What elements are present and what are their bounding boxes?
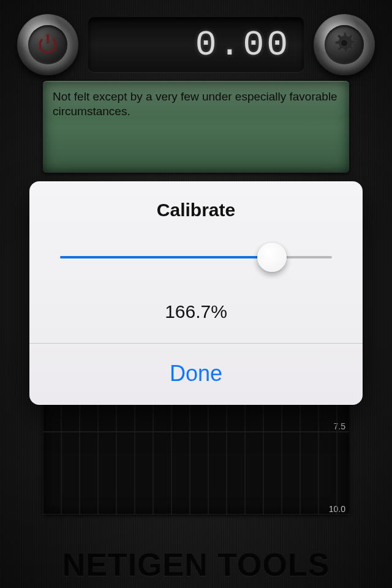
gear-icon <box>330 31 358 59</box>
brand-text: NETIGEN TOOLS <box>62 547 330 582</box>
description-text: Not felt except by a very few under espe… <box>53 90 337 118</box>
slider-fill <box>60 256 272 258</box>
description-panel: Not felt except by a very few under espe… <box>43 81 349 173</box>
done-button[interactable]: Done <box>29 344 363 405</box>
svg-text:7.5: 7.5 <box>334 421 346 431</box>
power-button-face <box>28 25 67 64</box>
power-icon <box>39 36 56 53</box>
settings-button[interactable] <box>314 14 375 75</box>
dialog-title: Calibrate <box>29 181 363 236</box>
calibrate-slider[interactable] <box>60 244 332 271</box>
readout-value: 0.00 <box>195 25 290 65</box>
calibrate-dialog: Calibrate 166.7% Done <box>29 181 363 405</box>
svg-point-0 <box>341 40 347 47</box>
slider-thumb[interactable] <box>257 243 287 272</box>
settings-button-face <box>325 25 364 64</box>
slider-value-label: 166.7% <box>29 285 363 343</box>
brand-label: NETIGEN TOOLS <box>0 546 392 583</box>
top-bar: 0.00 <box>0 11 392 78</box>
slider-container <box>29 236 363 285</box>
power-button[interactable] <box>17 14 78 75</box>
readout-display: 0.00 <box>88 17 304 72</box>
